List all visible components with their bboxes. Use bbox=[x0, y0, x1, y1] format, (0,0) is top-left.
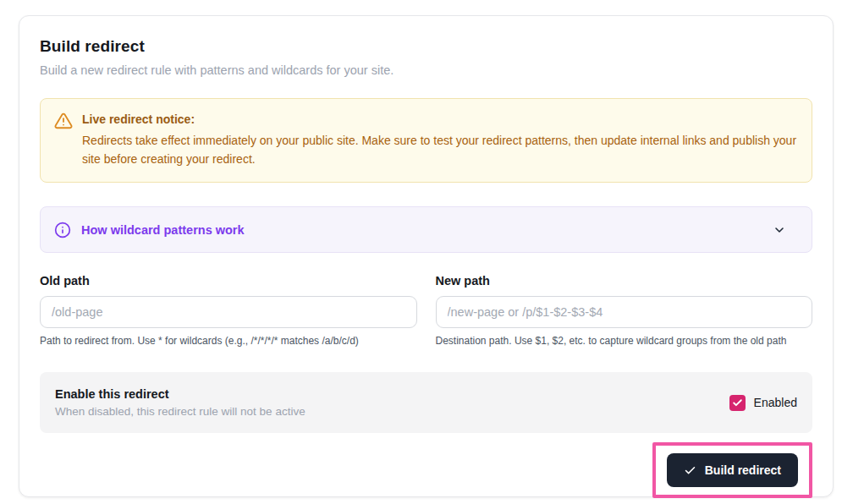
enabled-checkbox[interactable] bbox=[729, 395, 746, 411]
wildcard-patterns-accordion[interactable]: How wildcard patterns work bbox=[40, 206, 812, 253]
enable-redirect-section: Enable this redirect When disabled, this… bbox=[40, 372, 812, 433]
notice-title: Live redirect notice: bbox=[82, 111, 798, 126]
annotation-highlight-box: Build redirect bbox=[652, 442, 812, 498]
new-path-field-group: New path Destination path. Use $1, $2, e… bbox=[436, 274, 813, 347]
build-redirect-card: Build redirect Build a new redirect rule… bbox=[19, 15, 834, 497]
enable-redirect-title: Enable this redirect bbox=[55, 387, 729, 401]
old-path-input[interactable] bbox=[40, 296, 417, 328]
build-redirect-button[interactable]: Build redirect bbox=[667, 453, 798, 487]
path-fields-row: Old path Path to redirect from. Use * fo… bbox=[40, 274, 812, 347]
new-path-label: New path bbox=[436, 274, 813, 288]
new-path-input[interactable] bbox=[436, 296, 813, 328]
warning-triangle-icon bbox=[54, 111, 73, 168]
page-title: Build redirect bbox=[40, 37, 812, 56]
enable-redirect-description: When disabled, this redirect rule will n… bbox=[55, 405, 729, 418]
checkmark-icon bbox=[732, 397, 743, 408]
old-path-label: Old path bbox=[40, 274, 417, 288]
page-subtitle: Build a new redirect rule with patterns … bbox=[40, 63, 812, 77]
chevron-down-icon[interactable] bbox=[773, 223, 786, 237]
live-redirect-notice: Live redirect notice: Redirects take eff… bbox=[40, 98, 812, 183]
old-path-field-group: Old path Path to redirect from. Use * fo… bbox=[40, 274, 417, 347]
old-path-helper: Path to redirect from. Use * for wildcar… bbox=[40, 335, 417, 347]
enabled-checkbox-label: Enabled bbox=[754, 396, 797, 409]
build-redirect-button-label: Build redirect bbox=[705, 463, 781, 477]
notice-body: Redirects take effect immediately on you… bbox=[82, 132, 798, 168]
wildcard-patterns-label: How wildcard patterns work bbox=[81, 223, 245, 237]
footer-actions: Build redirect bbox=[40, 442, 812, 498]
checkmark-icon bbox=[684, 464, 696, 477]
new-path-helper: Destination path. Use $1, $2, etc. to ca… bbox=[436, 335, 813, 347]
info-circle-icon bbox=[54, 222, 71, 238]
